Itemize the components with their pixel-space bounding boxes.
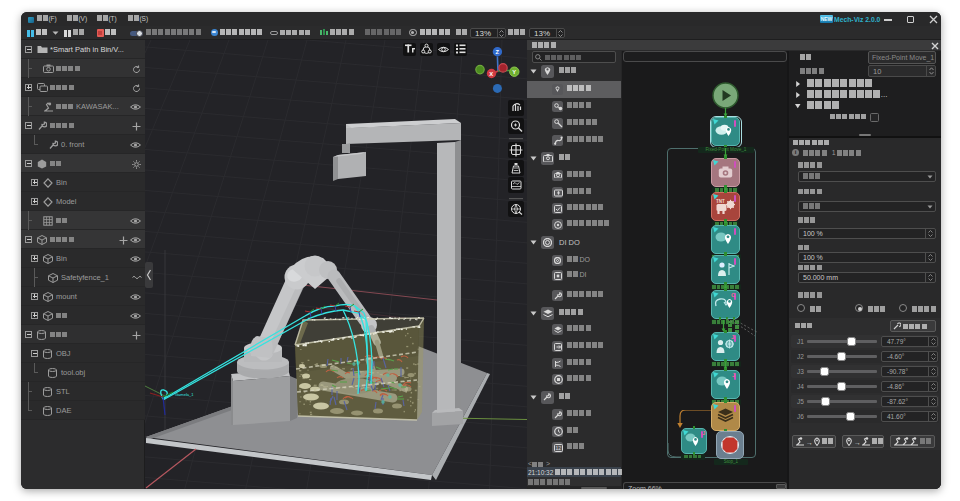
svg-text:TNT: TNT	[716, 199, 725, 204]
svg-text:X: X	[489, 71, 493, 77]
svg-text:Y: Y	[512, 69, 516, 75]
svg-text:12: 12	[555, 445, 561, 451]
svg-text:Z: Z	[495, 49, 499, 55]
svg-text:Gamela_1: Gamela_1	[175, 392, 194, 397]
